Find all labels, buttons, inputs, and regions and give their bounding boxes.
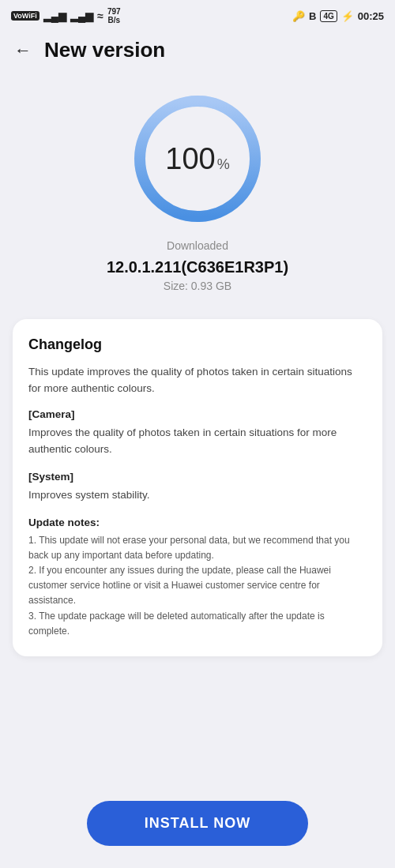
progress-ring: 100 % [126,88,269,230]
header: ← New version [0,30,395,72]
progress-section: 100 % Downloaded 12.0.1.211(C636E1R3P1) … [0,72,395,311]
percent-symbol: % [217,156,230,173]
key-icon: 🔑 [292,10,305,22]
changelog-card: Changelog This update improves the quali… [13,319,382,656]
downloaded-label: Downloaded [167,239,228,252]
status-bar: VoWiFi ▂▄▆ ▂▄▆ ≈ 797B/s 🔑 B 4G ⚡ 00:25 [0,0,395,30]
install-now-button[interactable]: INSTALL NOW [87,801,308,846]
update-notes-title: Update notes: [28,517,367,528]
percent-display: 100 % [165,142,229,176]
percent-number: 100 [165,142,215,176]
wifi-icon: ≈ [97,9,103,22]
version-name: 12.0.1.211(C636E1R3P1) [107,258,288,276]
changelog-title: Changelog [28,336,367,353]
page-title: New version [44,38,165,62]
network-type: 4G [320,10,337,22]
system-section-label: [System] [28,471,367,483]
changelog-intro: This update improves the quality of phot… [28,364,367,397]
update-notes-text: 1. This update will not erase your perso… [28,533,367,639]
charging-icon: ⚡ [341,10,354,22]
camera-section-text: Improves the quality of photos taken in … [28,425,367,458]
camera-section-label: [Camera] [28,408,367,420]
signal-icon-2: ▂▄▆ [70,10,93,22]
status-right: 🔑 B 4G ⚡ 00:25 [292,10,384,22]
signal-icon-1: ▂▄▆ [43,10,66,22]
time-display: 00:25 [358,10,384,22]
vowifi-badge: VoWiFi [11,11,40,21]
system-section-text: Improves system stability. [28,487,367,504]
status-left: VoWiFi ▂▄▆ ▂▄▆ ≈ 797B/s [11,7,121,24]
version-size: Size: 0.93 GB [164,280,231,292]
bluetooth-icon: B [309,10,316,22]
back-button[interactable]: ← [14,42,32,59]
install-button-wrapper: INSTALL NOW [0,801,395,846]
network-speed: 797B/s [107,7,121,24]
